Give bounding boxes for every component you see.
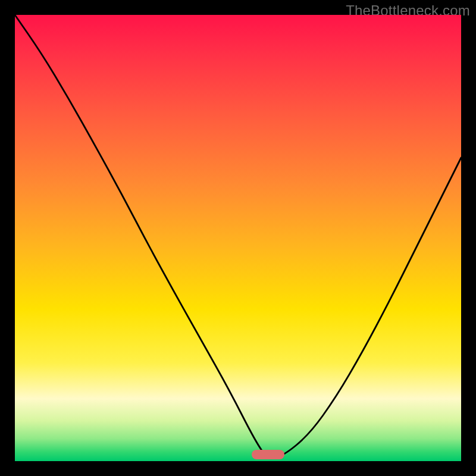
bottleneck-curve <box>15 15 461 461</box>
chart-container: TheBottleneck.com <box>0 0 476 476</box>
plot-area <box>15 15 461 461</box>
optimal-marker <box>252 450 284 459</box>
